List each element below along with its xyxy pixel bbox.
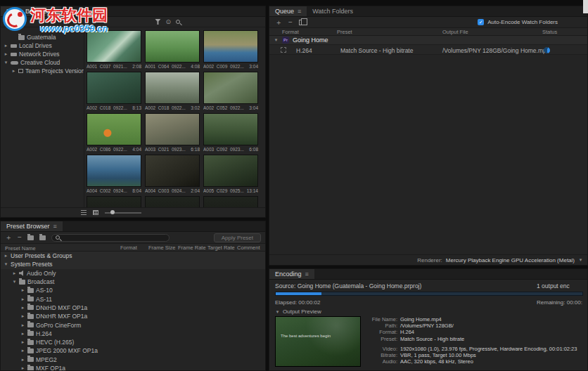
tree-chevron-icon[interactable]: ▾ <box>4 60 8 65</box>
tree-chevron-icon[interactable]: ▸ <box>20 287 25 293</box>
column-output-file[interactable]: Output File <box>442 29 468 35</box>
queue-output-row[interactable]: H.264 Match Source - High bitrate /Volum… <box>269 45 587 55</box>
grid-view-icon[interactable] <box>93 210 98 215</box>
column-comment[interactable]: Comment <box>237 245 260 251</box>
new-group-icon[interactable] <box>27 235 34 240</box>
tree-chevron-icon[interactable]: ▸ <box>20 331 25 337</box>
preset-search-field[interactable] <box>51 234 170 242</box>
tree-chevron-icon[interactable]: ▸ <box>4 43 8 48</box>
thumbnail-image[interactable] <box>145 113 200 145</box>
zoom-slider-handle[interactable] <box>110 210 115 214</box>
preset-tree-row[interactable]: ▸ H.264 <box>1 330 265 338</box>
media-thumbnail[interactable]: A003_C021_0923... 6:18 <box>145 113 200 152</box>
tree-chevron-icon[interactable]: ▸ <box>4 51 8 57</box>
column-status[interactable]: Status <box>542 29 557 35</box>
preset-tree-row[interactable]: ▾ Broadcast <box>1 278 265 286</box>
column-target-rate[interactable]: Target Rate <box>207 245 235 251</box>
panel-menu-icon[interactable]: ≡ <box>53 223 57 230</box>
thumbnail-image[interactable] <box>203 30 258 63</box>
import-preset-icon[interactable] <box>39 235 46 240</box>
column-preset[interactable]: Preset <box>337 29 352 35</box>
tab-watch-folders[interactable]: Watch Folders <box>307 6 359 16</box>
queue-source-row[interactable]: ▾ Pr Going Home <box>269 36 587 45</box>
media-thumbnail[interactable]: A005_C029_0925... 13:14 <box>203 155 258 193</box>
media-thumbnail[interactable]: A002_C009_0922... 3:04 <box>203 30 258 69</box>
remove-source-icon[interactable]: − <box>288 19 293 26</box>
tree-chevron-icon[interactable]: ▸ <box>4 253 8 259</box>
media-tree-item[interactable]: ▾ Creative Cloud <box>1 58 84 67</box>
tree-chevron-icon[interactable]: ▸ <box>20 357 25 363</box>
output-preset[interactable]: Match Source - High bitrate <box>340 47 413 54</box>
panel-menu-icon[interactable]: ≡ <box>52 8 56 15</box>
media-tree-item[interactable]: ▸ Team Projects Versions <box>1 67 84 75</box>
panel-menu-icon[interactable]: ≡ <box>305 271 309 278</box>
preset-tree-row[interactable]: ▸ MXF OP1a <box>1 364 265 370</box>
thumbnail-zoom-slider[interactable] <box>105 212 141 214</box>
chevron-down-icon[interactable]: ▾ <box>578 257 583 263</box>
preset-tree-row[interactable]: ▸ AS-10 <box>1 286 265 294</box>
media-thumbnail[interactable]: A004_C003_0924... 2:04 <box>145 155 200 193</box>
tree-chevron-icon[interactable]: ▾ <box>4 261 8 267</box>
media-thumbnail[interactable]: A001_C064_0922... 4:08 <box>145 30 200 69</box>
tree-chevron-icon[interactable]: ▸ <box>20 365 25 370</box>
thumbnail-image[interactable] <box>145 30 200 63</box>
thumbnail-image[interactable] <box>203 155 258 187</box>
ingest-toggle-icon[interactable]: ⊙ <box>165 18 171 25</box>
list-view-icon[interactable] <box>81 210 87 215</box>
thumbnail-image[interactable] <box>87 30 141 63</box>
preset-tree-row[interactable]: ▸ GoPro CineForm <box>1 320 265 329</box>
output-file-path[interactable]: /Volumes/PNY 128GB/Going Home.mp4 <box>442 47 549 54</box>
chevron-down-icon[interactable]: ▾ <box>15 19 20 25</box>
tree-chevron-icon[interactable]: ▸ <box>20 313 25 319</box>
filter-icon[interactable] <box>155 19 160 25</box>
add-preset-icon[interactable]: ＋ <box>5 234 12 241</box>
tree-chevron-icon[interactable]: ▸ <box>20 297 25 302</box>
add-source-icon[interactable]: ＋ <box>275 19 282 26</box>
tree-chevron-icon[interactable]: ▸ <box>20 305 25 311</box>
output-checkbox[interactable] <box>281 47 286 53</box>
tab-media-browser[interactable]: Media Browser ≡ <box>1 6 61 16</box>
preset-tree-row[interactable]: ▸ User Presets & Groups <box>1 252 265 260</box>
media-thumbnail[interactable]: A002_C018_0922... 8:13 <box>87 72 141 110</box>
tree-chevron-icon[interactable]: ▸ <box>11 68 16 74</box>
auto-encode-checkbox[interactable]: ✓ <box>478 19 484 25</box>
output-preview-toggle[interactable]: ▾ Output Preview <box>275 308 321 315</box>
chevron-down-icon[interactable]: ▾ <box>274 37 279 43</box>
column-frame-rate[interactable]: Frame Rate <box>178 245 206 251</box>
thumbnail-image[interactable] <box>87 72 141 104</box>
tab-encoding[interactable]: Encoding ≡ <box>269 269 314 279</box>
panel-menu-icon[interactable]: ≡ <box>298 8 301 15</box>
column-frame-size[interactable]: Frame Size <box>148 245 175 251</box>
thumbnail-image[interactable] <box>145 72 200 104</box>
preset-tree-row[interactable]: ▸ MPEG2 <box>1 356 265 364</box>
tree-chevron-icon[interactable]: ▸ <box>20 348 25 353</box>
thumbnail-image[interactable] <box>87 155 141 187</box>
media-thumbnail[interactable]: A002_C086_0922... 4:04 <box>87 113 141 152</box>
media-thumbnail[interactable]: A002_C018_0922... 3:02 <box>145 72 200 110</box>
search-icon[interactable] <box>176 20 180 24</box>
media-tree-item[interactable]: ▸ Network Drives <box>1 50 84 58</box>
media-thumbnail[interactable]: A001_C037_0921... 2:08 <box>87 30 141 69</box>
tab-queue[interactable]: Queue ≡ <box>269 6 307 16</box>
preset-tree-row[interactable]: ▸ JPEG 2000 MXF OP1a <box>1 346 265 355</box>
media-thumbnail[interactable]: A002_C052_0922... 3:04 <box>203 72 258 110</box>
duplicate-icon[interactable] <box>299 20 304 25</box>
tree-chevron-icon[interactable]: ▸ <box>20 339 25 345</box>
output-format[interactable]: H.264 <box>296 47 312 54</box>
tree-chevron-icon[interactable]: ▾ <box>12 279 17 285</box>
apply-preset-button[interactable]: Apply Preset <box>214 233 261 242</box>
thumbnail-image[interactable] <box>145 155 200 187</box>
tree-chevron-icon[interactable]: ▸ <box>12 271 17 276</box>
thumbnail-image[interactable] <box>203 72 258 104</box>
favorites-star-icon[interactable]: ★ <box>5 18 11 25</box>
media-tree-item[interactable]: Guatemala <box>1 33 84 41</box>
preset-tree-row[interactable]: ▸ AS-11 <box>1 294 265 303</box>
column-format[interactable]: Format <box>120 245 137 251</box>
thumbnail-image[interactable] <box>203 113 258 145</box>
column-format[interactable]: Format <box>282 29 299 35</box>
tree-chevron-icon[interactable]: ▸ <box>20 323 25 328</box>
preset-tree-row[interactable]: ▾ System Presets <box>1 260 265 268</box>
preset-tree-row[interactable]: ▸ Audio Only <box>1 269 265 278</box>
media-tree-item[interactable]: ▸ Local Drives <box>1 41 84 50</box>
preset-tree-row[interactable]: ▸ DNxHD MXF OP1a <box>1 304 265 312</box>
